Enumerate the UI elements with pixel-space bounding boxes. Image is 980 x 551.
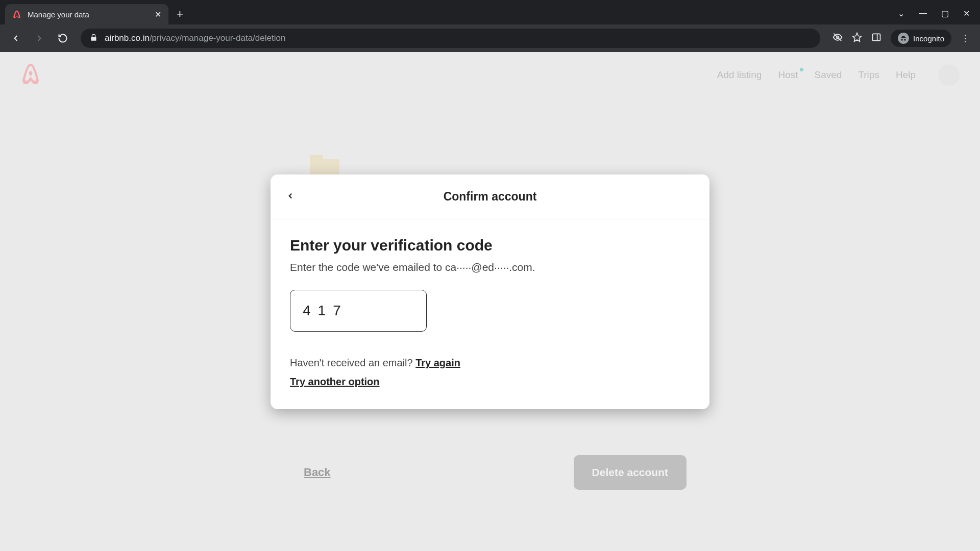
tab-title: Manage your data bbox=[28, 10, 149, 19]
url-text: airbnb.co.in/privacy/manage-your-data/de… bbox=[105, 33, 285, 43]
maximize-icon[interactable]: ▢ bbox=[941, 9, 949, 18]
forward-button[interactable] bbox=[30, 29, 49, 48]
nav-help[interactable]: Help bbox=[896, 69, 916, 81]
new-tab-button[interactable]: + bbox=[168, 4, 191, 24]
verification-heading: Enter your verification code bbox=[290, 237, 690, 254]
try-another-option-link[interactable]: Try another option bbox=[290, 376, 380, 387]
confirm-account-modal: Confirm account Enter your verification … bbox=[271, 174, 709, 409]
address-bar-row: airbnb.co.in/privacy/manage-your-data/de… bbox=[0, 24, 980, 52]
incognito-badge[interactable]: Incognito bbox=[891, 30, 951, 47]
panel-icon[interactable] bbox=[871, 32, 881, 45]
airbnb-favicon-icon bbox=[12, 10, 21, 19]
resend-row: Haven't received an email? Try again bbox=[290, 357, 690, 369]
verification-code-input[interactable] bbox=[290, 290, 427, 332]
chevron-down-icon[interactable]: ⌄ bbox=[898, 9, 904, 18]
minimize-icon[interactable]: — bbox=[919, 9, 927, 18]
incognito-label: Incognito bbox=[913, 34, 944, 43]
header-nav: Add listing Host Saved Trips Help bbox=[717, 64, 960, 86]
background-back-link: Back bbox=[304, 466, 331, 479]
nav-saved[interactable]: Saved bbox=[815, 69, 842, 81]
close-window-icon[interactable]: ✕ bbox=[963, 9, 970, 18]
star-icon[interactable] bbox=[852, 32, 862, 45]
verification-instruction: Enter the code we've emailed to ca·····@… bbox=[290, 261, 690, 273]
background-buttons: Back Delete account bbox=[293, 455, 687, 490]
eye-off-icon[interactable] bbox=[832, 32, 843, 45]
modal-back-button[interactable] bbox=[286, 190, 295, 204]
avatar[interactable] bbox=[938, 64, 960, 86]
page-content: Add listing Host Saved Trips Help Back D… bbox=[0, 52, 980, 551]
reload-button[interactable] bbox=[53, 29, 72, 48]
svg-marker-2 bbox=[853, 33, 862, 41]
kebab-menu-icon[interactable]: ⋮ bbox=[961, 33, 970, 44]
browser-tab[interactable]: Manage your data ✕ bbox=[5, 4, 168, 24]
resend-prompt: Haven't received an email? bbox=[290, 357, 415, 368]
nav-trips[interactable]: Trips bbox=[858, 69, 879, 81]
airbnb-logo-icon[interactable] bbox=[20, 63, 41, 87]
modal-body: Enter your verification code Enter the c… bbox=[271, 219, 709, 409]
close-tab-icon[interactable]: ✕ bbox=[155, 10, 161, 19]
try-again-link[interactable]: Try again bbox=[415, 357, 460, 368]
lock-icon bbox=[90, 34, 97, 43]
nav-add-listing[interactable]: Add listing bbox=[717, 69, 762, 81]
background-delete-button: Delete account bbox=[574, 455, 687, 490]
toolbar-icons: Incognito ⋮ bbox=[828, 30, 974, 47]
site-header: Add listing Host Saved Trips Help bbox=[0, 52, 980, 98]
another-option-row: Try another option bbox=[290, 376, 690, 388]
incognito-icon bbox=[898, 33, 909, 44]
back-button[interactable] bbox=[6, 29, 26, 48]
svg-rect-3 bbox=[873, 34, 880, 40]
window-controls: ⌄ — ▢ ✕ bbox=[898, 9, 980, 24]
modal-header: Confirm account bbox=[271, 174, 709, 219]
browser-tab-bar: Manage your data ✕ + ⌄ — ▢ ✕ bbox=[0, 0, 980, 24]
url-bar[interactable]: airbnb.co.in/privacy/manage-your-data/de… bbox=[81, 29, 820, 48]
modal-title: Confirm account bbox=[444, 190, 537, 204]
nav-host[interactable]: Host bbox=[778, 69, 798, 81]
